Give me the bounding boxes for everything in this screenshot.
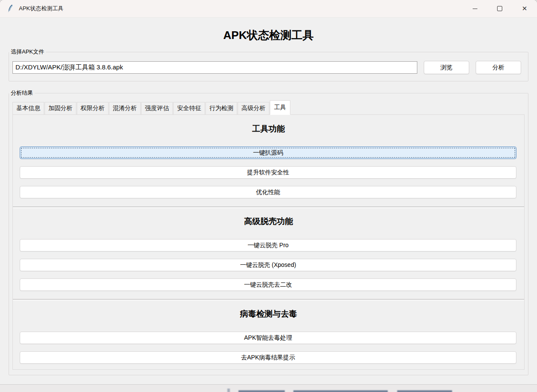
extract-source-button[interactable]: 一键扒源码 (20, 147, 516, 159)
tab-hardening[interactable]: 加固分析 (45, 102, 76, 115)
app-window: APK状态检测工具 ✕ APK状态检测工具 选择APK文件 浏览 分析 分析结果 (0, 0, 537, 384)
apk-path-input[interactable] (12, 61, 417, 74)
smart-devirus-button[interactable]: APK智能去毒处理 (20, 332, 516, 344)
background-artifact (227, 389, 230, 392)
tk-feather-icon (7, 4, 15, 13)
results-label: 分析结果 (9, 89, 35, 97)
section-separator (13, 299, 524, 301)
browse-button[interactable]: 浏览 (424, 61, 469, 74)
section-heading-advanced-unpack: 高级脱壳功能 (13, 216, 524, 227)
tab-strength[interactable]: 强度评估 (141, 102, 173, 115)
screen: APK状态检测工具 ✕ APK状态检测工具 选择APK文件 浏览 分析 分析结果 (0, 0, 537, 392)
tab-obfuscation[interactable]: 混淆分析 (109, 102, 141, 115)
tab-basic-info[interactable]: 基本信息 (12, 102, 44, 115)
background-window-glimpse (0, 384, 537, 392)
window-title: APK状态检测工具 (19, 5, 63, 12)
maximize-button[interactable] (487, 0, 512, 17)
window-controls: ✕ (462, 0, 537, 17)
tab-security-traits[interactable]: 安全特征 (173, 102, 205, 115)
analyze-button[interactable]: 分析 (476, 61, 521, 74)
tab-permissions[interactable]: 权限分析 (77, 102, 109, 115)
section-heading-virus: 病毒检测与去毒 (13, 308, 524, 320)
file-select-label: 选择APK文件 (9, 48, 46, 56)
cloud-unpack-pro-button[interactable]: 一键云脱壳 Pro (20, 239, 516, 251)
section-heading-tool-functions: 工具功能 (13, 123, 524, 135)
background-artifact (238, 390, 285, 392)
page-title: APK状态检测工具 (0, 28, 537, 43)
background-artifact (397, 390, 452, 392)
tab-bar: 基本信息 加固分析 权限分析 混淆分析 强度评估 安全特征 行为检测 高级分析 … (12, 100, 525, 114)
tab-advanced[interactable]: 高级分析 (238, 102, 269, 115)
tools-panel: 工具功能 一键扒源码 提升软件安全性 优化性能 高级脱壳功能 一键云脱壳 Pro… (12, 114, 525, 370)
tab-tools[interactable]: 工具 (270, 100, 290, 115)
results-inner: 基本信息 加固分析 权限分析 混淆分析 强度评估 安全特征 行为检测 高级分析 … (9, 97, 528, 375)
background-artifact (293, 390, 388, 392)
remove-virus-warning-button[interactable]: 去APK病毒结果提示 (20, 351, 516, 364)
cloud-unpack-demod-button[interactable]: 一键云脱壳去二改 (20, 278, 516, 291)
tab-behavior[interactable]: 行为检测 (205, 102, 237, 115)
file-select-frame: 选择APK文件 浏览 分析 (9, 48, 528, 81)
file-select-row: 浏览 分析 (9, 56, 528, 81)
section-separator (13, 206, 524, 208)
minimize-button[interactable] (462, 0, 487, 17)
cloud-unpack-xposed-button[interactable]: 一键云脱壳 (Xposed) (20, 259, 516, 271)
results-frame: 分析结果 基本信息 加固分析 权限分析 混淆分析 强度评估 安全特征 行为检测 … (9, 89, 528, 375)
improve-security-button[interactable]: 提升软件安全性 (20, 166, 516, 179)
titlebar: APK状态检测工具 ✕ (0, 0, 537, 18)
close-button[interactable]: ✕ (512, 0, 537, 17)
optimize-performance-button[interactable]: 优化性能 (20, 186, 516, 198)
